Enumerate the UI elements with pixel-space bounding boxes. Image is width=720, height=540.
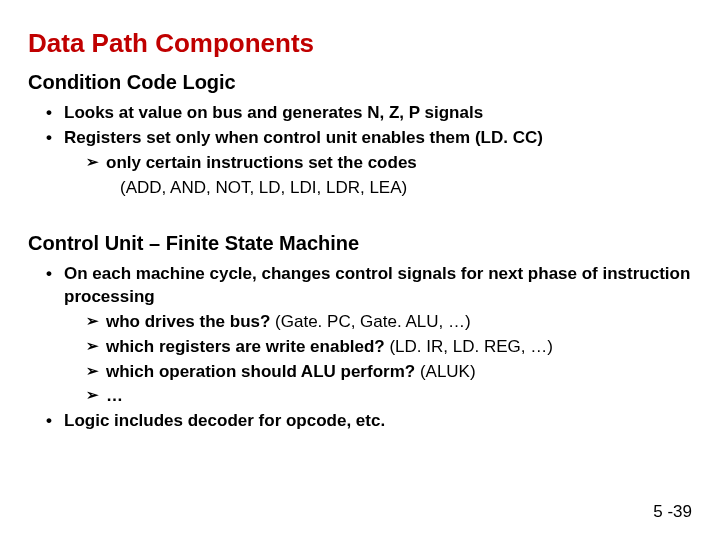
- bullet-text: Registers set only when control unit ena…: [64, 128, 543, 147]
- section-heading-2: Control Unit – Finite State Machine: [28, 232, 692, 255]
- bullet-item: Registers set only when control unit ena…: [42, 127, 692, 200]
- bullet-list-2: On each machine cycle, changes control s…: [28, 263, 692, 434]
- sub-bullet-item: which operation should ALU perform? (ALU…: [86, 361, 692, 384]
- sub-bullet-item: which registers are write enabled? (LD. …: [86, 336, 692, 359]
- section-heading-1: Condition Code Logic: [28, 71, 692, 94]
- sub-bullet-bold: who drives the bus?: [106, 312, 270, 331]
- sub-bullet-list: who drives the bus? (Gate. PC, Gate. ALU…: [64, 311, 692, 409]
- bullet-item: Looks at value on bus and generates N, Z…: [42, 102, 692, 125]
- sub-bullet-detail: (ALUK): [415, 362, 475, 381]
- bullet-item: On each machine cycle, changes control s…: [42, 263, 692, 409]
- sub-bullet-item: …: [86, 385, 692, 408]
- sub-bullet-list: only certain instructions set the codes: [64, 152, 692, 175]
- spacer: [28, 204, 692, 226]
- bullet-item: Logic includes decoder for opcode, etc.: [42, 410, 692, 433]
- bullet-text: On each machine cycle, changes control s…: [64, 264, 690, 306]
- slide: Data Path Components Condition Code Logi…: [0, 0, 720, 540]
- slide-title: Data Path Components: [28, 28, 692, 59]
- sub-bullet-item: who drives the bus? (Gate. PC, Gate. ALU…: [86, 311, 692, 334]
- sub-bullet-detail: (Gate. PC, Gate. ALU, …): [270, 312, 470, 331]
- sub-bullet-item: only certain instructions set the codes: [86, 152, 692, 175]
- sub-bullet-detail: (LD. IR, LD. REG, …): [385, 337, 553, 356]
- sub-bullet-bold: which registers are write enabled?: [106, 337, 385, 356]
- bullet-list-1: Looks at value on bus and generates N, Z…: [28, 102, 692, 200]
- page-number: 5 -39: [653, 502, 692, 522]
- sub-bullet-bold: which operation should ALU perform?: [106, 362, 415, 381]
- sub-bullet-continuation: (ADD, AND, NOT, LD, LDI, LDR, LEA): [120, 177, 692, 200]
